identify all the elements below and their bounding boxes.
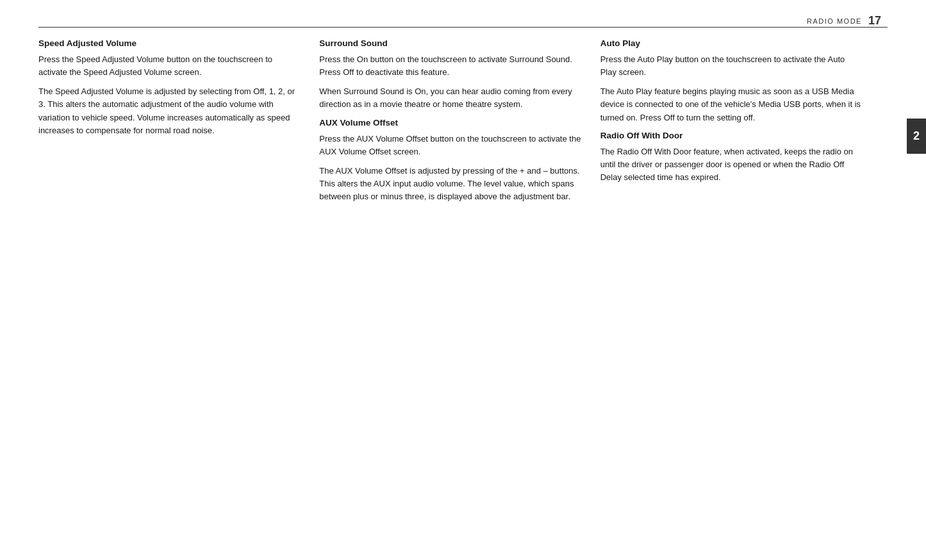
heading-radio-off-with-door: Radio Off With Door <box>600 131 862 140</box>
column-1: Speed Adjusted Volume Press the Speed Ad… <box>38 38 300 534</box>
text-radio-off-with-door-1: The Radio Off With Door feature, when ac… <box>600 145 862 184</box>
page-header-title: RADIO MODE <box>807 17 862 25</box>
text-speed-adjusted-volume-1: Press the Speed Adjusted Volume button o… <box>38 53 300 79</box>
page-number: 17 <box>868 14 881 28</box>
chapter-number: 2 <box>913 129 920 143</box>
text-aux-volume-offset-2: The AUX Volume Offset is adjusted by pre… <box>319 165 581 203</box>
heading-speed-adjusted-volume: Speed Adjusted Volume <box>38 38 300 48</box>
text-surround-sound-1: Press the On button on the touchscreen t… <box>319 53 581 79</box>
top-rule <box>38 27 888 28</box>
text-auto-play-1: Press the Auto Play button on the touchs… <box>600 53 862 79</box>
text-speed-adjusted-volume-2: The Speed Adjusted Volume is adjusted by… <box>38 85 300 137</box>
text-aux-volume-offset-1: Press the AUX Volume Offset button on th… <box>319 133 581 158</box>
text-surround-sound-2: When Surround Sound is On, you can hear … <box>319 85 581 111</box>
heading-aux-volume-offset: AUX Volume Offset <box>319 118 581 128</box>
heading-auto-play: Auto Play <box>600 38 862 48</box>
section-aux-volume-offset: AUX Volume Offset Press the AUX Volume O… <box>319 118 581 210</box>
page-header: RADIO MODE 17 <box>807 14 881 28</box>
column-3: Auto Play Press the Auto Play button on … <box>600 38 862 534</box>
section-speed-adjusted-volume: Speed Adjusted Volume Press the Speed Ad… <box>38 38 300 144</box>
text-auto-play-2: The Auto Play feature begins playing mus… <box>600 85 862 124</box>
column-2: Surround Sound Press the On button on th… <box>319 38 581 534</box>
chapter-tab: 2 <box>907 119 926 154</box>
section-surround-sound: Surround Sound Press the On button on th… <box>319 38 581 118</box>
section-radio-off-with-door: Radio Off With Door The Radio Off With D… <box>600 131 862 190</box>
content-area: Speed Adjusted Volume Press the Speed Ad… <box>38 38 862 534</box>
section-auto-play: Auto Play Press the Auto Play button on … <box>600 38 862 131</box>
heading-surround-sound: Surround Sound <box>319 38 581 48</box>
page-container: RADIO MODE 17 2 Speed Adjusted Volume Pr… <box>0 0 926 560</box>
